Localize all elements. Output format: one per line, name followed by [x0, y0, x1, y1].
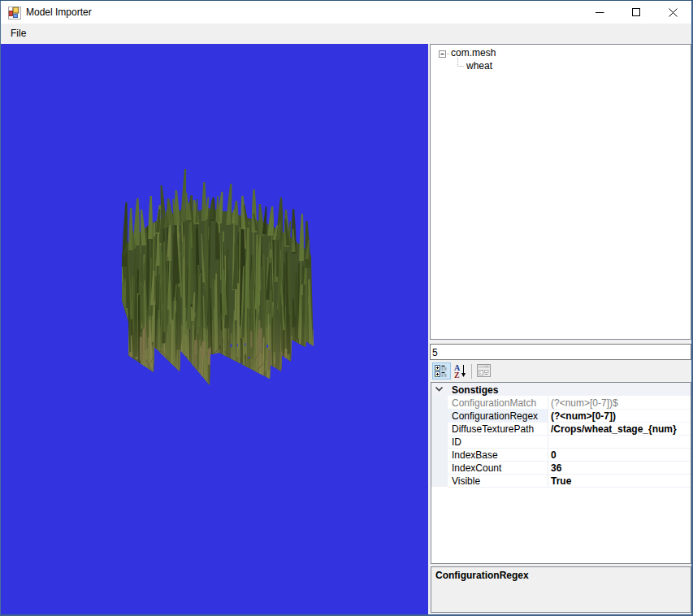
svg-text:Z: Z [454, 371, 460, 380]
